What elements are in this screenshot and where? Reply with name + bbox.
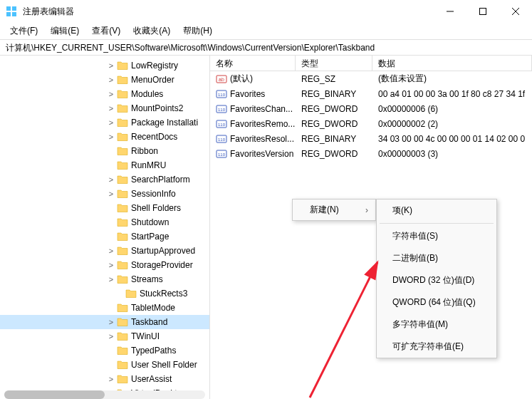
cell-name: 110FavoritesResol... — [210, 133, 296, 145]
svg-line-20 — [310, 262, 377, 398]
tree-label: Taskband — [131, 317, 167, 327]
tree-label: TypedPaths — [131, 346, 176, 356]
menu-edit[interactable]: 编辑(E) — [45, 23, 85, 39]
expand-icon[interactable]: > — [105, 318, 117, 326]
tree-item[interactable]: >TWinUI — [0, 329, 209, 343]
tree-item[interactable]: >SearchPlatform — [0, 172, 209, 187]
maximize-button[interactable] — [466, 0, 499, 23]
expand-icon[interactable]: > — [105, 261, 117, 269]
cell-type: REG_DWORD — [296, 119, 372, 129]
tree-item[interactable]: Ribbon — [0, 144, 209, 158]
tree-label: UserAssist — [131, 374, 172, 384]
cell-data: 34 03 00 00 4c 00 00 00 01 14 02 00 0 — [372, 134, 532, 144]
tree-item[interactable]: StartPage — [0, 229, 209, 244]
svg-rect-0 — [6, 6, 11, 11]
minimize-button[interactable] — [434, 0, 466, 23]
close-button[interactable] — [499, 0, 532, 23]
cell-data: 00 a4 01 00 00 3a 00 1f 80 c8 27 34 1f — [372, 89, 532, 99]
tree-item[interactable]: >Streams — [0, 272, 209, 286]
horizontal-scrollbar[interactable] — [4, 390, 205, 399]
cell-name: 110FavoritesChan... — [210, 103, 296, 115]
expand-icon[interactable]: > — [105, 275, 117, 284]
cell-data: 0x00000006 (6) — [372, 104, 532, 114]
cell-name: 110Favorites — [210, 88, 296, 100]
tree-label: RecentDocs — [131, 132, 177, 142]
list-row[interactable]: 110FavoritesRemo...REG_DWORD0x00000002 (… — [210, 116, 532, 131]
tree-label: MountPoints2 — [131, 103, 183, 113]
cell-type: REG_DWORD — [296, 104, 372, 114]
tree-item[interactable]: >Taskband — [0, 315, 209, 329]
expand-icon[interactable]: > — [105, 332, 117, 341]
titlebar: 注册表编辑器 — [0, 0, 532, 23]
cell-name: 110FavoritesRemo... — [210, 118, 296, 130]
svg-text:110: 110 — [218, 123, 226, 127]
tree-item[interactable]: >MountPoints2 — [0, 101, 209, 115]
sub-expand[interactable]: 可扩充字符串值(E) — [377, 336, 496, 358]
list-row[interactable]: 110FavoritesVersionREG_DWORD0x00000003 (… — [210, 146, 532, 161]
svg-text:110: 110 — [218, 108, 226, 112]
tree-item[interactable]: RunMRU — [0, 158, 209, 172]
svg-text:110: 110 — [218, 93, 226, 97]
cell-data: 0x00000003 (3) — [372, 149, 532, 159]
expand-icon[interactable]: > — [105, 76, 117, 84]
menu-help[interactable]: 帮助(H) — [177, 23, 218, 39]
svg-text:110: 110 — [218, 138, 226, 142]
tree-item[interactable]: TypedPaths — [0, 343, 209, 358]
menu-favorites[interactable]: 收藏夹(A) — [127, 23, 176, 39]
sub-dword[interactable]: DWORD (32 位)值(D) — [377, 269, 496, 291]
expand-icon[interactable]: > — [105, 118, 117, 127]
tree-label: User Shell Folder — [131, 360, 197, 370]
tree-label: SearchPlatform — [131, 175, 190, 185]
tree-pane: >LowRegistry>MenuOrder>Modules>MountPoin… — [0, 56, 210, 399]
svg-text:ab: ab — [219, 77, 224, 82]
tree-item[interactable]: >StorageProvider — [0, 258, 209, 272]
tree-label: LowRegistry — [131, 61, 178, 71]
column-header-data[interactable]: 数据 — [372, 56, 532, 71]
cell-type: REG_DWORD — [296, 149, 372, 159]
sub-binary[interactable]: 二进制值(B) — [377, 247, 496, 269]
expand-icon[interactable]: > — [105, 90, 117, 98]
expand-icon[interactable]: > — [105, 190, 117, 198]
tree-label: TWinUI — [131, 331, 160, 341]
expand-icon[interactable]: > — [105, 61, 117, 70]
sub-qword[interactable]: QWORD (64 位)值(Q) — [377, 291, 496, 314]
ctx-new-label: 新建(N) — [310, 204, 339, 216]
tree-item[interactable]: >StartupApproved — [0, 244, 209, 258]
expand-icon[interactable]: > — [105, 104, 117, 113]
expand-icon[interactable]: > — [105, 247, 117, 255]
tree-item[interactable]: StuckRects3 — [0, 286, 209, 301]
expand-icon[interactable]: > — [105, 133, 117, 141]
list-row[interactable]: ab(默认)REG_SZ(数值未设置) — [210, 71, 532, 86]
tree-item[interactable]: Shell Folders — [0, 201, 209, 215]
sub-string[interactable]: 字符串值(S) — [377, 225, 496, 247]
list-row[interactable]: 110FavoritesChan...REG_DWORD0x00000006 (… — [210, 101, 532, 116]
menu-view[interactable]: 查看(V) — [86, 23, 126, 39]
tree-item[interactable]: User Shell Folder — [0, 358, 209, 372]
app-icon — [6, 6, 17, 17]
tree-item[interactable]: >LowRegistry — [0, 58, 209, 73]
scrollbar-thumb[interactable] — [4, 390, 105, 399]
svg-text:110: 110 — [218, 152, 226, 157]
tree-item[interactable]: >UserAssist — [0, 372, 209, 386]
column-header-name[interactable]: 名称 — [210, 56, 296, 71]
tree-item[interactable]: >MenuOrder — [0, 73, 209, 87]
column-header-type[interactable]: 类型 — [296, 56, 372, 71]
separator — [380, 223, 494, 224]
window-title: 注册表编辑器 — [23, 6, 434, 18]
menu-file[interactable]: 文件(F) — [4, 23, 43, 39]
expand-icon[interactable]: > — [105, 175, 117, 184]
expand-icon[interactable]: > — [105, 375, 117, 383]
address-bar[interactable]: 计算机\HKEY_CURRENT_USER\Software\Microsoft… — [0, 40, 532, 56]
tree-item[interactable]: >SessionInfo — [0, 187, 209, 201]
tree-item[interactable]: TabletMode — [0, 301, 209, 315]
tree-item[interactable]: >Modules — [0, 87, 209, 101]
sub-multi[interactable]: 多字符串值(M) — [377, 314, 496, 336]
sub-key[interactable]: 项(K) — [377, 200, 496, 222]
list-row[interactable]: 110FavoritesREG_BINARY00 a4 01 00 00 3a … — [210, 86, 532, 101]
tree-item[interactable]: >Package Installati — [0, 115, 209, 130]
tree-item[interactable]: >RecentDocs — [0, 130, 209, 144]
ctx-new[interactable]: 新建(N) › — [293, 200, 375, 220]
list-row[interactable]: 110FavoritesResol...REG_BINARY34 03 00 0… — [210, 131, 532, 146]
tree-item[interactable]: Shutdown — [0, 215, 209, 229]
tree-label: Streams — [131, 274, 163, 284]
